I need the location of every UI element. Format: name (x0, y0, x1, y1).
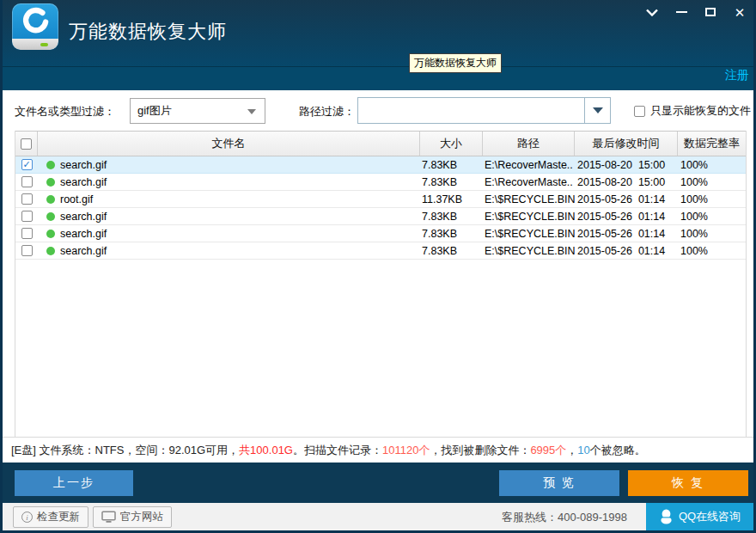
type-filter-value: gif图片 (137, 104, 172, 117)
table-row[interactable]: search.gif7.83KBE:\$RECYCLE.BIN..2015-05… (15, 242, 746, 260)
status-segment: ，找到被删除文件： (430, 443, 530, 458)
hotline-text: 客服热线：400-089-1998 (502, 510, 627, 525)
header-checkbox-cell (15, 132, 38, 156)
qq-support-button[interactable]: QQ在线咨询 (646, 503, 753, 530)
file-status-icon (46, 247, 55, 255)
file-name-cell: search.gif (38, 225, 420, 242)
file-name-cell: search.gif (38, 156, 420, 173)
table-row[interactable]: root.gif11.37KBE:\$RECYCLE.BIN..2015-05-… (15, 191, 746, 208)
file-name: search.gif (60, 245, 107, 257)
column-header-path[interactable]: 路径 (483, 132, 575, 156)
app-title: 万能数据恢复大师 (69, 19, 227, 45)
minimize-icon[interactable] (674, 5, 689, 19)
file-integrity: 100% (678, 208, 746, 224)
file-table: 文件名 大小 路径 最后修改时间 数据完整率 ✓search.gif7.83KB… (15, 131, 747, 437)
menu-chevron-icon[interactable] (644, 5, 660, 19)
chevron-down-icon (593, 107, 603, 113)
status-bar: [E盘] 文件系统：NTFS，空间：92.01G可用，共100.01G。扫描文件… (3, 437, 753, 463)
monitor-icon (101, 511, 116, 524)
path-filter-input[interactable] (358, 98, 584, 123)
type-filter-dropdown[interactable]: gif图片 (130, 98, 265, 124)
back-button[interactable]: 上一步 (15, 470, 133, 496)
file-size: 7.83KB (420, 208, 483, 224)
row-checkbox[interactable] (21, 245, 33, 256)
check-update-label: 检查更新 (37, 510, 80, 524)
table-row[interactable]: search.gif7.83KBE:\$RECYCLE.BIN..2015-05… (15, 208, 746, 225)
file-modified: 2015-05-26 01:14 (575, 225, 678, 242)
file-name: search.gif (60, 228, 107, 240)
file-size: 7.83KB (420, 156, 483, 173)
file-path: E:\$RECYCLE.BIN.. (483, 242, 575, 259)
table-row[interactable]: ✓search.gif7.83KBE:\RecoverMaste..2015-0… (15, 156, 746, 174)
file-status-icon (46, 230, 55, 238)
path-filter-dropdown-button[interactable] (584, 98, 610, 123)
file-name: root.gif (60, 193, 93, 205)
file-name-cell: root.gif (38, 191, 420, 207)
drive-led (40, 43, 48, 46)
file-path: E:\RecoverMaste.. (483, 156, 575, 173)
file-name-cell: search.gif (38, 174, 420, 190)
column-header-integrity[interactable]: 数据完整率 (678, 132, 746, 156)
file-path: E:\$RECYCLE.BIN.. (483, 225, 575, 242)
file-status-icon (46, 161, 55, 169)
file-path: E:\$RECYCLE.BIN.. (483, 208, 575, 224)
file-name: search.gif (60, 211, 107, 223)
file-size: 11.37KB (420, 191, 483, 207)
official-site-button[interactable]: 官方网站 (93, 506, 172, 528)
column-header-filename[interactable]: 文件名 (38, 132, 420, 156)
file-modified: 2015-05-26 01:14 (575, 242, 678, 259)
file-modified: 2015-05-26 01:14 (575, 191, 678, 207)
file-size: 7.83KB (420, 225, 483, 242)
table-row[interactable]: search.gif7.83KBE:\$RECYCLE.BIN..2015-05… (15, 225, 746, 242)
status-segment: 10 (577, 444, 589, 456)
file-integrity: 100% (678, 156, 746, 173)
app-window: 万能数据恢复大师 ✕ 万能数据恢复大师 注册 文件名或类型过滤： gif图片 路… (0, 0, 756, 533)
status-segment: 共100.01G (239, 443, 293, 458)
row-checkbox-cell (15, 242, 38, 259)
maximize-icon[interactable] (703, 5, 718, 19)
select-all-checkbox[interactable] (21, 138, 32, 150)
qq-penguin-icon (659, 509, 674, 524)
recoverable-only-checkbox[interactable] (634, 106, 645, 117)
column-header-size[interactable]: 大小 (420, 132, 483, 156)
row-checkbox[interactable] (21, 193, 33, 205)
path-filter-label: 路径过滤： (299, 104, 355, 119)
row-checkbox-cell (15, 191, 38, 207)
file-status-icon (46, 195, 55, 204)
info-icon: i (21, 512, 33, 523)
official-site-label: 官方网站 (120, 510, 163, 524)
preview-button[interactable]: 预 览 (499, 470, 619, 496)
file-name: search.gif (60, 159, 107, 171)
qq-support-label: QQ在线咨询 (679, 509, 741, 524)
file-size: 7.83KB (420, 242, 483, 259)
row-checkbox[interactable] (21, 228, 33, 239)
row-checkbox[interactable] (21, 211, 33, 222)
status-segment: ， (566, 443, 577, 458)
column-header-modified[interactable]: 最后修改时间 (575, 132, 678, 156)
file-integrity: 100% (678, 225, 746, 242)
recovery-swirl-icon (19, 5, 52, 38)
filter-bar: 文件名或类型过滤： gif图片 路径过滤： 只显示能恢复的文件 (3, 90, 753, 131)
check-update-button[interactable]: i 检查更新 (13, 506, 88, 528)
file-name-cell: search.gif (38, 208, 420, 224)
header: 万能数据恢复大师 ✕ 万能数据恢复大师 注册 (0, 0, 756, 90)
table-row[interactable]: search.gif7.83KBE:\RecoverMaste..2015-08… (15, 174, 746, 191)
status-segment: 101120个 (382, 443, 430, 458)
file-name: search.gif (60, 176, 107, 188)
drive-base (12, 39, 58, 50)
recover-button[interactable]: 恢 复 (628, 470, 748, 496)
header-divider (0, 66, 756, 67)
file-size: 7.83KB (420, 174, 483, 190)
row-checkbox[interactable]: ✓ (21, 159, 33, 170)
row-checkbox[interactable] (21, 176, 33, 187)
window-controls: ✕ (644, 5, 747, 19)
register-link[interactable]: 注册 (725, 68, 749, 83)
row-checkbox-cell (15, 225, 38, 242)
close-icon[interactable]: ✕ (732, 5, 747, 19)
action-strip: 上一步 预 览 恢 复 (0, 463, 756, 503)
footer: i 检查更新 官方网站 客服热线：400-089-1998 QQ在线咨询 (3, 503, 753, 530)
type-filter-label: 文件名或类型过滤： (15, 104, 115, 119)
file-path: E:\$RECYCLE.BIN.. (483, 191, 575, 207)
file-path: E:\RecoverMaste.. (483, 174, 575, 190)
file-integrity: 100% (678, 242, 746, 259)
